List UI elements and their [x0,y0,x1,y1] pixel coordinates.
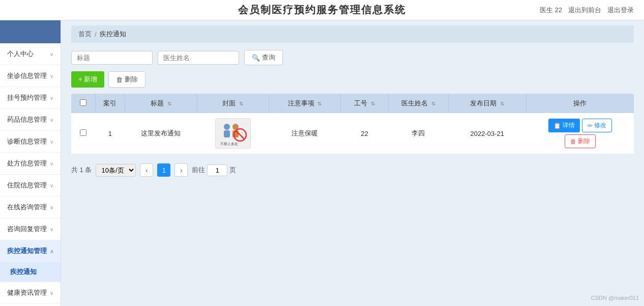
sidebar-item-online[interactable]: 在线咨询管理 ∨ [0,197,61,218]
edit-icon: ✏ [588,122,593,129]
sidebar-item-label: 咨询回复管理 [7,225,47,234]
delete-label: 删除 [125,75,138,84]
col-cover: 封面 ⇅ [197,94,269,113]
chevron-down-icon: ∨ [50,117,53,123]
breadcrumb-home[interactable]: 首页 [78,30,92,39]
goto-page: 前往 页 [192,164,236,176]
add-button[interactable]: + 新增 [71,71,104,88]
current-user: 医生 22 [540,6,562,15]
row-delete-button[interactable]: 🗑 删除 [565,134,596,148]
svg-rect-12 [224,130,230,137]
row-delete-label: 删除 [578,137,590,146]
content-area: 首页 / 疾控通知 🔍 查询 + 新增 🗑 删除 [61,20,644,185]
header: 会员制医疗预约服务管理信息系统 医生 22 退出到前台 退出登录 [0,0,644,20]
sidebar-item-label: 药品信息管理 [7,115,47,124]
search-icon: 🔍 [252,54,260,62]
pagination-total: 共 1 条 [71,165,92,175]
sidebar-item-hospital[interactable]: 住院信息管理 ∨ [0,175,61,197]
row-checkbox[interactable] [80,129,86,136]
chevron-down-icon: ∨ [50,205,53,210]
sidebar-item-diagnosis[interactable]: 诊断信息管理 ∨ [0,131,61,153]
sort-date-icon[interactable]: ⇅ [500,101,504,106]
delete-icon: 🗑 [116,76,123,84]
sidebar-item-disease-notice[interactable]: 疾控通知 [0,262,61,282]
col-checkbox [71,94,95,113]
query-button[interactable]: 🔍 查询 [244,50,283,65]
app-title: 会员制医疗预约服务管理信息系统 [238,3,406,17]
chevron-down-icon: ∨ [50,51,53,57]
chevron-down-icon: ∨ [50,73,53,79]
table-row: 1 这里发布通知 [71,113,634,154]
sort-title-icon[interactable]: ⇅ [167,101,171,106]
breadcrumb: 首页 / 疾控通知 [71,25,634,43]
sidebar-item-prescription[interactable]: 处方信息管理 ∨ [0,153,61,175]
col-action: 操作 [526,94,634,113]
goto-input[interactable] [207,164,227,176]
svg-point-11 [224,124,230,130]
row-index: 1 [95,113,125,154]
page-1-btn[interactable]: 1 [157,163,170,177]
chevron-down-icon: ∨ [50,290,53,296]
prev-page-btn[interactable]: ‹ [140,163,153,177]
add-label: + 新增 [78,75,97,84]
header-right: 医生 22 退出到前台 退出登录 [540,6,634,15]
title-input[interactable] [71,51,153,65]
next-page-btn[interactable]: › [174,163,188,177]
sidebar-item-personal[interactable]: 个人中心 ∨ [0,43,61,65]
sidebar-item-label: 健康资讯管理 [7,288,47,297]
row-note: 注意保暖 [269,113,340,154]
sidebar-item-health[interactable]: 健康资讯管理 ∨ [0,282,61,304]
detail-icon: 📋 [553,122,561,129]
select-all-checkbox[interactable] [80,99,86,106]
chevron-down-icon: ∨ [50,95,53,101]
per-page-select[interactable]: 10条/页 20条/页 50条/页 [96,164,136,177]
chevron-down-icon: ∨ [50,139,53,145]
col-date: 发布日期 ⇅ [448,94,526,113]
chevron-down-icon: ∨ [50,183,53,188]
main-content: 首页 / 疾控通知 🔍 查询 + 新增 🗑 删除 [61,20,644,306]
edit-button[interactable]: ✏ 修改 [582,119,612,132]
detail-label: 详情 [563,121,575,130]
query-label: 查询 [262,53,275,62]
row-actions: 📋 详情 ✏ 修改 [526,113,634,154]
row-cover: 不聚人多处 [197,113,269,154]
col-title: 标题 ⇅ [125,94,197,113]
breadcrumb-current: 疾控通知 [100,30,126,39]
back-btn[interactable]: 退出到前台 [568,6,601,15]
sidebar-item-consultation[interactable]: 坐诊信息管理 ∨ [0,65,61,87]
delete-toolbar-button[interactable]: 🗑 删除 [108,71,145,88]
sort-cover-icon[interactable]: ⇅ [239,101,243,106]
chevron-up-icon: ∧ [50,248,53,254]
doctor-input[interactable] [158,51,239,65]
row-title: 这里发布通知 [125,113,197,154]
sidebar-item-disease-mgmt[interactable]: 疾控通知管理 ∧ [0,240,61,262]
sort-doctor-icon[interactable]: ⇅ [431,101,435,106]
sidebar-item-label: 处方信息管理 [7,159,47,168]
sidebar-logo [0,20,61,43]
chevron-down-icon: ∨ [50,161,53,166]
sidebar-item-label: 诊断信息管理 [7,137,47,146]
row-worknumber: 22 [340,113,388,154]
col-worknumber: 工号 ⇅ [340,94,388,113]
sidebar-sub-item-label: 疾控通知 [10,268,37,275]
sort-note-icon[interactable]: ⇅ [317,101,321,106]
sidebar: 个人中心 ∨ 坐诊信息管理 ∨ 挂号预约管理 ∨ 药品信息管理 ∨ 诊断信息管理… [0,20,61,306]
edit-label: 修改 [594,121,606,130]
svg-text:不聚人多处: 不聚人多处 [220,142,238,146]
row-delete-icon: 🗑 [570,138,576,145]
detail-button[interactable]: 📋 详情 [548,119,580,132]
breadcrumb-sep: / [95,31,97,38]
logout-btn[interactable]: 退出登录 [607,6,634,15]
sort-worknumber-icon[interactable]: ⇅ [371,101,375,106]
sidebar-item-label: 在线咨询管理 [7,203,47,212]
action-row-bottom: 🗑 删除 [565,134,596,148]
action-buttons: 📋 详情 ✏ 修改 [530,119,630,148]
sidebar-item-medicine[interactable]: 药品信息管理 ∨ [0,109,61,131]
row-checkbox-cell [71,113,95,154]
pagination: 共 1 条 10条/页 20条/页 50条/页 ‹ 1 › 前往 页 [71,160,634,180]
sidebar-item-label: 疾控通知管理 [7,246,47,256]
sidebar-item-label: 个人中心 [7,49,34,59]
col-index: 案引 [95,94,125,113]
sidebar-item-reply[interactable]: 咨询回复管理 ∨ [0,218,61,240]
sidebar-item-appointment[interactable]: 挂号预约管理 ∨ [0,87,61,109]
